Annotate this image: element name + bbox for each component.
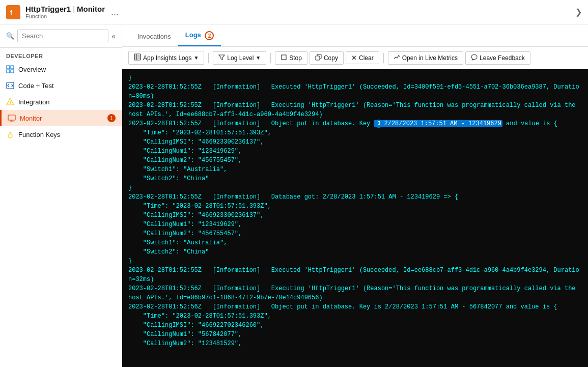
log-json-line: "CallingIMSI": "466923300236137", — [128, 211, 582, 220]
log-line: } — [128, 257, 582, 266]
header-expand[interactable]: ❯ — [575, 7, 582, 17]
open-live-metrics-button[interactable]: Open in Live Metrics — [388, 51, 463, 65]
log-line: 2023-02-28T01:52:55Z [Information] Execu… — [128, 266, 582, 284]
collapse-sidebar-button[interactable]: « — [111, 32, 116, 40]
sidebar-item-overview[interactable]: Overview — [0, 61, 122, 77]
copy-button[interactable]: Copy — [310, 51, 344, 65]
header-dots[interactable]: ... — [111, 7, 119, 17]
sidebar-item-monitor[interactable]: Monitor 1 — [0, 110, 122, 126]
stop-icon — [281, 54, 287, 62]
toolbar-divider-3 — [383, 53, 384, 63]
monitor-icon — [8, 114, 16, 122]
sidebar-item-code-test[interactable]: Code + Test — [0, 77, 122, 94]
sidebar-item-monitor-label: Monitor — [20, 115, 42, 122]
log-json-line: "CallingNum2": "123481529", — [128, 339, 582, 348]
log-json-line: "Switch1": "Australia", — [128, 238, 582, 247]
clear-button[interactable]: ✕ Clear — [346, 51, 379, 64]
feedback-icon — [471, 54, 478, 62]
log-json-line: "CallingNum1": "567842077", — [128, 330, 582, 339]
log-json-line: "Time": "2023-02-28T01:57:51.393Z", — [128, 202, 582, 211]
log-level-button[interactable]: Log Level ▼ — [213, 51, 266, 65]
header-subtitle: Function — [25, 13, 105, 19]
log-json-line: "CallingIMSI": "466922702346260", — [128, 321, 582, 330]
log-line: 2023-02-28T01:52:55Z [Information] Execu… — [128, 101, 582, 119]
log-json-line: "CallingNum2": "456755457", — [128, 156, 582, 165]
log-json-line: "Time": "2023-02-28T01:57:51.393Z", — [128, 312, 582, 321]
log-json-line: "Time": "2023-02-28T01:57:51.393Z", — [128, 128, 582, 137]
sidebar-item-integration-label: Integration — [18, 98, 49, 106]
logs-tab-badge: 2 — [205, 31, 214, 40]
log-line: 2023-02-28T01:52:56Z [Information] Execu… — [128, 284, 582, 302]
log-json-line: "Switch2": "China" — [128, 247, 582, 257]
tab-invocations[interactable]: Invocations — [130, 27, 178, 46]
header-function-name: HttpTrigger1 — [25, 5, 71, 13]
chart-icon — [394, 54, 400, 62]
header-bar: f HttpTrigger1 | Monitor Function ... ❯ — [0, 0, 588, 24]
toolbar: App Insights Logs ▼ Log Level ▼ Stop — [122, 47, 588, 69]
search-input[interactable] — [17, 30, 108, 42]
code-icon — [6, 81, 14, 90]
log-line: 2023-02-28T01:52:55Z [Information] Datab… — [128, 192, 582, 202]
leave-feedback-button[interactable]: Leave Feedback — [465, 51, 530, 65]
app-insights-dropdown-icon: ▼ — [193, 55, 199, 61]
sidebar-section-label: Developer — [0, 48, 122, 61]
tabs-bar: Invocations Logs 2 — [122, 24, 588, 47]
toolbar-divider-2 — [270, 53, 271, 63]
main-layout: 🔍 « Developer Overview Code + Test Integ… — [0, 24, 588, 367]
log-json-line: "CallingNum1": "123419629", — [128, 147, 582, 156]
tab-logs[interactable]: Logs 2 — [178, 26, 221, 46]
log-json-line: "CallingNum2": "456755457", — [128, 229, 582, 238]
toolbar-divider-1 — [208, 53, 209, 63]
log-line: } — [128, 73, 582, 82]
filter-icon — [218, 54, 225, 62]
log-line: 2023-02-28T01:52:56Z [Information] Objec… — [128, 302, 582, 312]
app-insights-logs-button[interactable]: App Insights Logs ▼ — [128, 51, 204, 65]
app-insights-logs-label: App Insights Logs — [143, 54, 191, 62]
clear-icon: ✕ — [351, 54, 357, 62]
log-level-label: Log Level — [227, 54, 254, 62]
stop-button[interactable]: Stop — [275, 51, 307, 65]
svg-rect-6 — [8, 115, 15, 120]
sidebar-search-wrap: 🔍 « — [0, 24, 122, 48]
log-line: 2023-02-28T01:52:55Z [Information] Execu… — [128, 82, 582, 101]
svg-rect-14 — [316, 56, 320, 60]
log-line: 2023-02-28T01:52:55Z [Information] Objec… — [128, 119, 582, 128]
header-title-group: HttpTrigger1 | Monitor Function — [25, 5, 105, 19]
log-output[interactable]: }2023-02-28T01:52:55Z [Information] Exec… — [122, 69, 588, 367]
svg-rect-12 — [282, 55, 286, 60]
step-3-badge: 3 — [375, 120, 383, 128]
log-json-line: "Switch2": "China" — [128, 174, 582, 183]
sidebar: 🔍 « Developer Overview Code + Test Integ… — [0, 24, 122, 367]
log-json-line: "CallingIMSI": "466923300236137", — [128, 137, 582, 147]
svg-rect-8 — [134, 54, 141, 60]
integration-icon — [6, 98, 14, 106]
log-level-dropdown-icon: ▼ — [256, 55, 261, 61]
monitor-badge: 1 — [107, 114, 116, 122]
header-separator: | — [73, 5, 75, 13]
log-line: } — [128, 183, 582, 192]
search-icon: 🔍 — [6, 32, 14, 40]
sidebar-item-code-test-label: Code + Test — [18, 82, 54, 90]
log-json-line: "Switch1": "Australia", — [128, 165, 582, 174]
function-app-icon: f — [6, 5, 20, 19]
sidebar-item-integration[interactable]: Integration — [0, 94, 122, 110]
header-page: Monitor — [77, 5, 105, 13]
log-json-line: "CallingNum1": "123419629", — [128, 220, 582, 229]
table-icon — [134, 53, 141, 62]
sidebar-item-function-keys-label: Function Keys — [18, 131, 60, 138]
svg-point-5 — [10, 103, 11, 104]
overview-icon — [6, 65, 14, 73]
content-area: Invocations Logs 2 App Insights Logs ▼ — [122, 24, 588, 367]
svg-point-7 — [8, 134, 12, 138]
sidebar-item-overview-label: Overview — [18, 66, 46, 73]
sidebar-item-function-keys[interactable]: Function Keys — [0, 126, 122, 143]
function-keys-icon — [6, 130, 14, 138]
copy-icon — [315, 54, 322, 62]
